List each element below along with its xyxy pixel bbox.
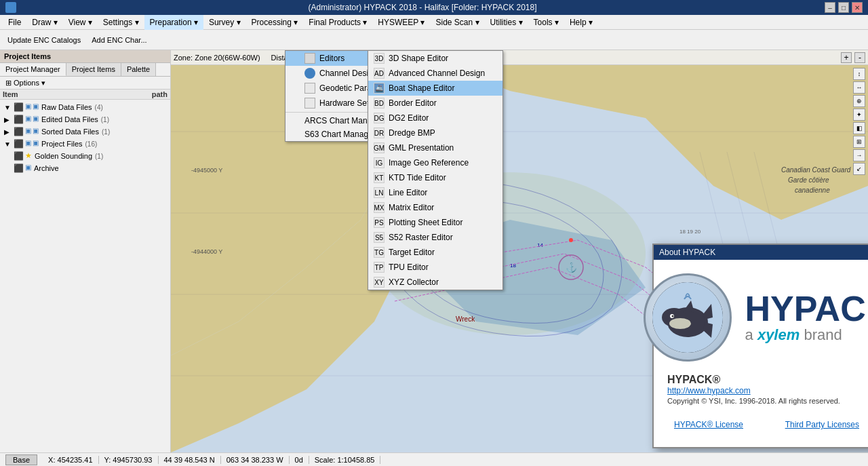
menu-preparation[interactable]: Preparation ▾ [144,15,203,30]
channel-design-icon [304,68,315,79]
status-bar: Base X: 454235.41 Y: 4945730.93 44 39 48… [0,452,868,466]
map-info-bar: Zone: Zone 20(66W-60W) Distance Unit: Me… [171,50,868,65]
page-icon-sorted2: ▣ [33,127,39,136]
menu-processing[interactable]: Processing ▾ [246,15,304,30]
project-tree: ▼ ⬛ ▣ ▣ Raw Data Files (4) ▶ ⬛ ▣ ▣ Edite… [0,100,170,442]
menu-hysweep[interactable]: HYSWEEP ▾ [372,15,430,30]
svg-text:Canadian Coast Guard: Canadian Coast Guard [781,166,851,174]
col-item: Item [3,90,18,98]
menu-draw[interactable]: Draw ▾ [26,15,62,30]
map-zoom-out-btn[interactable]: - [854,52,865,63]
status-base-tab[interactable]: Base [5,454,37,465]
tree-item-archive[interactable]: ⬛ ▣ Archive [1,162,169,174]
minimize-button[interactable]: – [825,2,835,13]
menu-help[interactable]: Help ▾ [564,15,598,30]
update-enc-button[interactable]: Update ENC Catalogs [3,32,85,48]
editor-gml[interactable]: GM GML Presentation [368,140,502,155]
col-path: path [152,90,167,98]
main-layout: Project Items Project Manager Project It… [0,50,868,452]
tree-item-sorted[interactable]: ▶ ⬛ ▣ ▣ Sorted Data Files (1) [1,125,169,138]
editor-boat-shape[interactable]: 🚢 Boat Shape Editor [368,81,502,96]
editor-plotting-sheet[interactable]: PS Plotting Sheet Editor [368,215,502,230]
menu-bar: File Draw ▾ View ▾ Settings ▾ Preparatio… [0,15,868,30]
page-icon-archive: ▣ [25,163,31,173]
menu-finalproducts[interactable]: Final Products ▾ [303,15,372,30]
folder-icon-sorted: ⬛ [14,127,24,136]
menu-settings[interactable]: Settings ▾ [98,15,144,30]
icon-advanced-channel: AD [374,68,384,79]
third-party-link[interactable]: Third Party Licenses [785,420,859,429]
editor-line[interactable]: LN Line Editor [368,185,502,200]
tab-palette[interactable]: Palette [121,63,156,76]
icon-boat-shape: 🚢 [374,83,384,94]
map-zone: Zone: Zone 20(66W-60W) [174,54,260,62]
hypack-website-link[interactable]: http://www.hypack.com [667,386,751,395]
close-button[interactable]: ✕ [852,2,863,13]
tree-item-golden[interactable]: ⬛ ★ Golden Sounding (1) [1,150,169,162]
map-area[interactable]: ⚓ 12 15 18 14 16 -4945000 Y -4944000 Y W… [171,50,868,452]
icon-target: TG [374,247,384,258]
svg-text:-4945000 Y: -4945000 Y [191,167,222,174]
about-logo-row: HYPACK a xylem brand 1.18 [644,273,868,362]
editor-advanced-channel[interactable]: AD Advanced Channel Design [368,66,502,81]
maximize-button[interactable]: □ [838,2,849,13]
icon-border: BD [374,98,384,109]
map-btn-1[interactable]: ↕ [853,68,865,80]
folder-icon-project: ⬛ [14,139,24,149]
editor-ktd-tide[interactable]: KT KTD Tide Editor [368,170,502,185]
status-scale: Scale: 1:10458.85 [309,456,381,464]
hypack-license-link[interactable]: HYPACK® License [674,420,743,429]
map-zoom-in-btn[interactable]: + [841,52,852,63]
about-info: HYPACK® SHELL 18.0.15.0 http://www.hypac… [667,374,868,405]
options-bar: ⊞ Options ▾ [0,77,170,90]
tree-item-project[interactable]: ▼ ⬛ ▣ ▣ Project Files (16) [1,138,169,150]
menu-survey[interactable]: Survey ▾ [203,15,246,30]
editor-tpu[interactable]: TP TPU Editor [368,260,502,275]
whale-svg [650,280,725,355]
tree-count-edited: (1) [101,116,109,123]
icon-matrix: MX [374,202,384,213]
editor-matrix[interactable]: MX Matrix Editor [368,200,502,215]
tab-project-items[interactable]: Project Items [66,63,121,76]
about-title-bar: About HYPACK ✕ [654,245,868,260]
map-btn-2[interactable]: ↔ [853,81,865,94]
add-enc-button[interactable]: Add ENC Char... [87,32,151,48]
menu-tools[interactable]: Tools ▾ [528,15,564,30]
tree-item-edited[interactable]: ▶ ⬛ ▣ ▣ Edited Data Files (1) [1,113,169,125]
editor-dg2[interactable]: DG DG2 Editor [368,111,502,125]
map-right-buttons: ↕ ↔ ⊕ ✦ ◧ ⊞ → ↙ [853,68,865,175]
editor-s52-raster[interactable]: S5 S52 Raster Editor [368,230,502,245]
tree-label-golden: Golden Sounding [35,152,92,160]
copyright-text: Copyright © YSI, Inc. 1996-2018. All rig… [667,397,868,405]
hypack-registered: HYPACK® [667,374,720,386]
about-title-text: About HYPACK [659,248,715,257]
status-depth: 0d [290,456,309,464]
editor-xyz[interactable]: XY XYZ Collector [368,275,502,290]
menu-file[interactable]: File [3,15,26,30]
menu-sidescan[interactable]: Side Scan ▾ [430,15,484,30]
map-btn-7[interactable]: → [853,149,865,161]
map-btn-5[interactable]: ◧ [853,122,865,134]
hypack-brand-text: HYPACK a xylem brand [745,291,868,344]
tree-count-golden: (1) [95,153,103,160]
svg-text:18 19 20: 18 19 20 [679,229,701,235]
map-btn-3[interactable]: ⊕ [853,95,865,107]
editor-border[interactable]: BD Border Editor [368,96,502,111]
options-button[interactable]: ⊞ Options ▾ [3,78,48,88]
map-btn-8[interactable]: ↙ [853,163,865,175]
page-icon-sorted: ▣ [25,127,31,136]
expand-edited: ▶ [4,116,11,123]
editor-3dshape[interactable]: 3D 3D Shape Editor [368,51,502,66]
map-btn-4[interactable]: ✦ [853,109,865,121]
menu-view[interactable]: View ▾ [63,15,98,30]
tree-item-raw[interactable]: ▼ ⬛ ▣ ▣ Raw Data Files (4) [1,101,169,113]
tab-project-manager[interactable]: Project Manager [0,63,66,76]
icon-plotting: PS [374,217,384,228]
editors-icon [304,53,315,64]
icon-ktd: KT [374,172,384,183]
editor-target[interactable]: TG Target Editor [368,245,502,260]
menu-utilities[interactable]: Utilities ▾ [485,15,528,30]
editor-image-geo[interactable]: IG Image Geo Reference [368,155,502,170]
editor-dredge-bmp[interactable]: DR Dredge BMP [368,125,502,140]
map-btn-6[interactable]: ⊞ [853,136,865,148]
